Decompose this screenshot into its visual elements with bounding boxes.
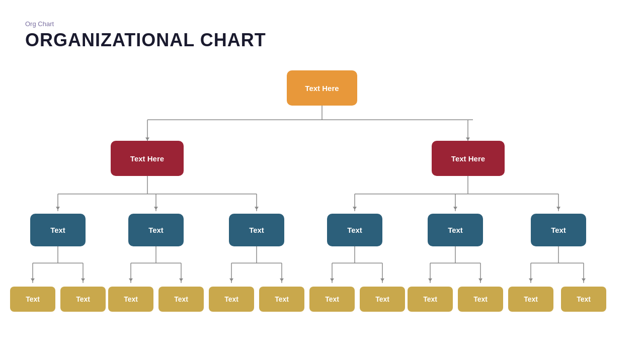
tan-node-6[interactable]: Text xyxy=(259,287,304,312)
page: Org Chart ORGANIZATIONAL CHART xyxy=(0,0,644,362)
svg-marker-12 xyxy=(154,207,158,210)
tan-node-5[interactable]: Text xyxy=(209,287,254,312)
svg-marker-10 xyxy=(56,207,60,210)
mid-left-node[interactable]: Text Here xyxy=(111,141,184,176)
tan-node-7[interactable]: Text xyxy=(309,287,355,312)
svg-marker-52 xyxy=(478,279,482,282)
root-node[interactable]: Text Here xyxy=(287,70,357,106)
svg-marker-38 xyxy=(229,279,233,282)
tan-node-12[interactable]: Text xyxy=(561,287,606,312)
tan-node-10[interactable]: Text xyxy=(458,287,503,312)
blue-node-4[interactable]: Text xyxy=(327,214,382,246)
svg-marker-22 xyxy=(556,207,560,210)
chart-area: Text Here Text Here Text Here Text Text … xyxy=(0,65,644,362)
svg-marker-14 xyxy=(255,207,259,210)
blue-node-3[interactable]: Text xyxy=(229,214,284,246)
tan-node-4[interactable]: Text xyxy=(158,287,204,312)
svg-marker-18 xyxy=(353,207,357,210)
svg-marker-46 xyxy=(380,279,384,282)
tan-node-9[interactable]: Text xyxy=(408,287,453,312)
svg-marker-58 xyxy=(582,279,586,282)
svg-marker-40 xyxy=(280,279,284,282)
mid-right-node[interactable]: Text Here xyxy=(432,141,505,176)
page-title: ORGANIZATIONAL CHART xyxy=(25,30,619,51)
tan-node-1[interactable]: Text xyxy=(10,287,55,312)
subtitle: Org Chart xyxy=(25,20,619,28)
tan-node-3[interactable]: Text xyxy=(108,287,153,312)
blue-node-2[interactable]: Text xyxy=(128,214,184,246)
svg-marker-50 xyxy=(428,279,432,282)
svg-marker-28 xyxy=(81,279,85,282)
svg-marker-26 xyxy=(31,279,35,282)
svg-marker-6 xyxy=(466,138,470,141)
svg-marker-44 xyxy=(330,279,334,282)
blue-node-6[interactable]: Text xyxy=(531,214,586,246)
svg-marker-34 xyxy=(179,279,183,282)
svg-marker-56 xyxy=(529,279,533,282)
blue-node-5[interactable]: Text xyxy=(428,214,483,246)
tan-node-8[interactable]: Text xyxy=(360,287,405,312)
blue-node-1[interactable]: Text xyxy=(30,214,86,246)
tan-node-2[interactable]: Text xyxy=(60,287,106,312)
svg-marker-32 xyxy=(129,279,133,282)
svg-marker-20 xyxy=(453,207,457,210)
tan-node-11[interactable]: Text xyxy=(508,287,553,312)
svg-marker-5 xyxy=(145,138,149,141)
